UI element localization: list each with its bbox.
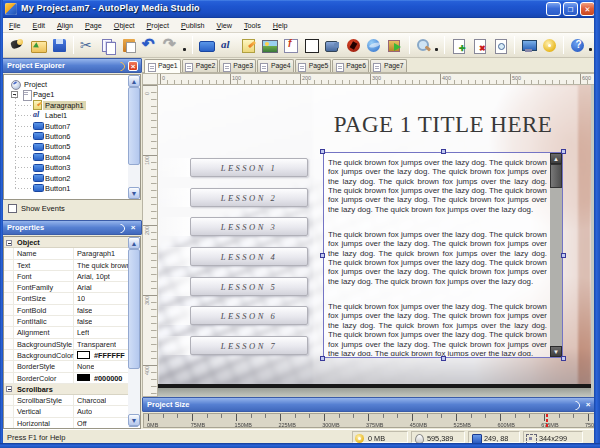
image-obj-icon[interactable] <box>261 37 278 54</box>
selection-handle[interactable] <box>441 356 446 361</box>
page-tab[interactable]: Page2 <box>182 59 219 72</box>
lesson-button[interactable]: LESSON 4 <box>190 247 308 266</box>
slideshow-obj-icon[interactable] <box>387 37 404 54</box>
menu-item[interactable]: Object <box>108 20 141 31</box>
menu-item[interactable]: Tools <box>238 20 267 31</box>
property-row[interactable]: Horizontal Off <box>4 418 140 429</box>
lesson-button[interactable]: LESSON 2 <box>190 188 308 207</box>
cut-icon[interactable] <box>79 37 96 54</box>
properties-scrollbar[interactable]: ▲ ▼ <box>128 237 140 426</box>
tree-scrollbar[interactable]: ▲ ▼ <box>128 75 140 199</box>
selection-handle[interactable] <box>320 253 325 258</box>
scrollbar-thumb[interactable] <box>128 87 140 165</box>
audio-obj-icon[interactable] <box>345 37 362 54</box>
paragraph-object[interactable]: The quick brown fox jumps over the lazy … <box>323 152 563 358</box>
scroll-down-icon[interactable]: ▼ <box>128 187 140 199</box>
tree-item[interactable]: Button6 <box>4 131 140 141</box>
menu-item[interactable]: File <box>3 20 27 31</box>
web-obj-icon[interactable] <box>366 37 383 54</box>
panel-menu-icon[interactable] <box>115 223 125 233</box>
page-tab[interactable]: Page6 <box>332 59 369 72</box>
property-row[interactable]: BackgroundColor #FFFFFF <box>4 350 140 361</box>
panel-close-icon[interactable]: × <box>128 223 138 233</box>
rect-obj-icon[interactable] <box>303 37 320 54</box>
dropdown-icon[interactable] <box>589 48 592 51</box>
open-icon[interactable] <box>30 37 47 54</box>
maximize-button[interactable]: ❐ <box>563 2 578 16</box>
selection-handle[interactable] <box>320 356 325 361</box>
tree-item[interactable]: Paragraph1 <box>4 100 140 110</box>
tree-item[interactable]: Button7 <box>4 121 140 131</box>
selection-handle[interactable] <box>320 149 325 154</box>
property-row[interactable]: FontSize 10 <box>4 293 140 304</box>
minimize-button[interactable]: _ <box>546 2 561 16</box>
tree-item[interactable]: Button4 <box>4 152 140 162</box>
menu-item[interactable]: View <box>211 20 238 31</box>
tree-item[interactable]: Button5 <box>4 141 140 151</box>
page-tab[interactable]: Page7 <box>370 59 407 72</box>
property-row[interactable]: Alignment Left <box>4 327 140 338</box>
menu-item[interactable]: Help <box>267 20 294 31</box>
menu-item[interactable]: Publish <box>175 20 211 31</box>
tree-item[interactable]: Button3 <box>4 162 140 172</box>
tree-item[interactable]: Page1 <box>4 89 140 99</box>
property-row[interactable]: Object <box>4 237 140 248</box>
help-icon[interactable] <box>569 37 586 54</box>
scroll-up-icon[interactable]: ▲ <box>550 153 562 164</box>
panel-close-icon[interactable]: × <box>583 400 593 410</box>
lesson-button[interactable]: LESSON 3 <box>190 217 308 236</box>
selection-handle[interactable] <box>441 149 446 154</box>
page-tab[interactable]: Page5 <box>295 59 332 72</box>
property-row[interactable]: ScrollbarStyle Charcoal <box>4 395 140 406</box>
selection-handle[interactable] <box>561 356 566 361</box>
panel-close-icon[interactable]: × <box>128 61 138 71</box>
close-button[interactable]: ✕ <box>580 2 595 16</box>
lesson-button[interactable]: LESSON 5 <box>190 277 308 296</box>
new-icon[interactable] <box>9 37 26 54</box>
video-obj-icon[interactable] <box>324 37 341 54</box>
property-row[interactable]: FontBold false <box>4 305 140 316</box>
page-del-icon[interactable] <box>471 37 488 54</box>
property-row[interactable]: BackgroundStyle Transparent <box>4 339 140 350</box>
redo-icon[interactable] <box>163 37 180 54</box>
scroll-up-icon[interactable]: ▲ <box>128 75 140 87</box>
lesson-button[interactable]: LESSON 6 <box>190 306 308 325</box>
tree-item[interactable]: Button1 <box>4 183 140 193</box>
property-row[interactable]: FontItalic false <box>4 316 140 327</box>
selection-handle[interactable] <box>561 149 566 154</box>
label-obj-icon[interactable] <box>219 37 236 54</box>
tree-item[interactable]: Project <box>4 79 140 89</box>
property-row[interactable]: BorderColor #000000 <box>4 373 140 384</box>
property-row[interactable]: Scrollbars <box>4 384 140 395</box>
lesson-button[interactable]: LESSON 7 <box>190 336 308 355</box>
scroll-up-icon[interactable]: ▲ <box>128 237 140 249</box>
save-icon[interactable] <box>51 37 68 54</box>
page-tab[interactable]: Page3 <box>219 59 256 72</box>
burn-icon[interactable] <box>541 37 558 54</box>
page-tab[interactable]: Page1 <box>144 59 181 73</box>
button-obj-icon[interactable] <box>198 37 215 54</box>
property-row[interactable]: BorderStyle None <box>4 361 140 372</box>
menu-item[interactable]: Edit <box>27 20 51 31</box>
tree-item[interactable]: Button2 <box>4 173 140 183</box>
scrollbar-thumb[interactable] <box>128 249 140 369</box>
panel-menu-icon[interactable] <box>570 400 580 410</box>
property-row[interactable]: Name Paragraph1 <box>4 248 140 259</box>
page-tab[interactable]: Page4 <box>257 59 294 72</box>
selection-handle[interactable] <box>561 253 566 258</box>
scroll-down-icon[interactable]: ▼ <box>128 414 140 426</box>
scrollbar-thumb[interactable] <box>550 164 562 188</box>
menu-item[interactable]: Page <box>79 20 108 31</box>
menu-item[interactable]: Align <box>51 20 79 31</box>
page-add-icon[interactable] <box>450 37 467 54</box>
property-row[interactable]: Vertical Auto <box>4 406 140 417</box>
paste-icon[interactable] <box>121 37 138 54</box>
property-row[interactable]: FontFamily Arial <box>4 282 140 293</box>
page-preview-icon[interactable] <box>492 37 509 54</box>
dropdown-icon[interactable] <box>183 48 186 51</box>
lesson-button[interactable]: LESSON 1 <box>190 158 308 177</box>
tree-item[interactable]: Label1 <box>4 110 140 120</box>
show-events-checkbox[interactable] <box>8 204 17 213</box>
build-icon[interactable] <box>520 37 537 54</box>
panel-menu-icon[interactable] <box>115 61 125 71</box>
